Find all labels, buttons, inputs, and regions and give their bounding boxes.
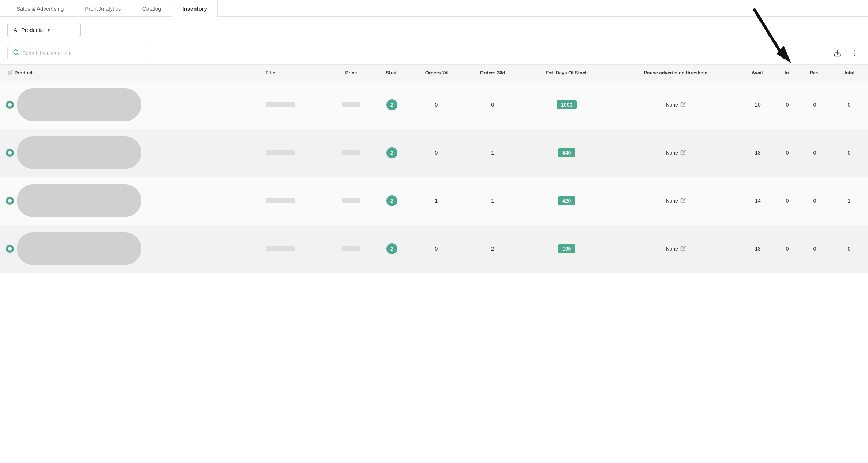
title-cell <box>262 177 328 225</box>
table-wrapper: 🛒 Product Title Price Strat. Orders 7d O… <box>0 64 868 280</box>
more-options-button[interactable] <box>848 47 861 59</box>
pause-threshold-value: None <box>666 150 678 156</box>
edit-icon[interactable] <box>680 245 686 252</box>
pause-threshold-cell: None <box>611 81 740 129</box>
product-cell <box>0 129 262 177</box>
pause-threshold-cell: None <box>611 177 740 225</box>
search-icon <box>13 49 19 57</box>
price-cell <box>328 81 374 129</box>
search-row <box>0 43 868 64</box>
product-icon <box>6 197 14 205</box>
pause-threshold-value: None <box>666 198 678 204</box>
tab-catalog[interactable]: Catalog <box>132 0 172 17</box>
price-cell <box>328 225 374 273</box>
product-cell <box>0 81 262 129</box>
pause-threshold-cell: None <box>611 225 740 273</box>
strat-badge: 2 <box>386 195 397 206</box>
strat-badge: 2 <box>386 243 397 254</box>
tab-sales-advertising[interactable]: Sales & Advertising <box>6 0 74 17</box>
unful-cell: 1 <box>830 177 868 225</box>
res-cell: 0 <box>799 129 830 177</box>
product-thumbnail <box>17 88 141 121</box>
table-body: 2001000 None 20000 201540 None <box>0 81 868 273</box>
svg-point-5 <box>854 50 855 51</box>
col-est-days: Est. Days Of Stock <box>522 65 611 81</box>
svg-marker-3 <box>777 46 791 63</box>
svg-point-9 <box>8 151 12 155</box>
strat-badge: 2 <box>386 99 397 110</box>
svg-point-8 <box>8 103 12 107</box>
col-orders7d: Orders 7d <box>409 65 463 81</box>
table-row: 2001000 None 20000 <box>0 81 868 129</box>
title-cell <box>262 225 328 273</box>
svg-line-1 <box>17 53 18 55</box>
days-badge: 1000 <box>557 100 577 109</box>
orders30d-cell: 1 <box>463 129 522 177</box>
price-cell <box>328 129 374 177</box>
pause-threshold-value: None <box>666 246 678 252</box>
strat-cell: 2 <box>374 225 409 273</box>
col-product: 🛒 Product <box>0 65 262 81</box>
unful-cell: 0 <box>830 129 868 177</box>
edit-icon[interactable] <box>680 149 686 156</box>
actions-right <box>831 47 861 59</box>
inventory-table: 🛒 Product Title Price Strat. Orders 7d O… <box>0 64 868 273</box>
product-icon <box>6 245 14 253</box>
search-container <box>7 46 146 60</box>
download-button[interactable] <box>831 47 844 59</box>
product-icon <box>6 101 14 109</box>
edit-icon[interactable] <box>680 197 686 204</box>
tab-bar: Sales & Advertising Profit Analytics Cat… <box>0 0 868 17</box>
svg-point-6 <box>854 52 855 53</box>
col-unful: Unful. <box>830 65 868 81</box>
avail-cell: 14 <box>740 177 776 225</box>
est-days-cell: 420 <box>522 177 611 225</box>
unful-cell: 0 <box>830 225 868 273</box>
res-cell: 0 <box>799 225 830 273</box>
days-badge: 195 <box>558 244 575 253</box>
product-cell <box>0 225 262 273</box>
dropdown-label: All Products <box>14 27 43 33</box>
orders30d-cell: 1 <box>463 177 522 225</box>
product-cell <box>0 177 262 225</box>
pause-threshold-value: None <box>666 102 678 108</box>
orders30d-cell: 2 <box>463 225 522 273</box>
orders30d-cell: 0 <box>463 81 522 129</box>
orders7d-cell: 0 <box>409 81 463 129</box>
strat-badge: 2 <box>386 147 397 158</box>
tab-profit-analytics[interactable]: Profit Analytics <box>74 0 131 17</box>
col-res: Res. <box>799 65 830 81</box>
orders7d-cell: 0 <box>409 225 463 273</box>
est-days-cell: 195 <box>522 225 611 273</box>
est-days-cell: 540 <box>522 129 611 177</box>
in-cell: 0 <box>776 81 799 129</box>
col-in: In. <box>776 65 799 81</box>
tab-inventory[interactable]: Inventory <box>172 0 218 17</box>
in-cell: 0 <box>776 129 799 177</box>
col-title: Title <box>262 65 328 81</box>
title-cell <box>262 81 328 129</box>
pause-threshold-cell: None <box>611 129 740 177</box>
search-input[interactable] <box>22 50 141 56</box>
days-badge: 420 <box>558 196 575 205</box>
col-strat: Strat. <box>374 65 409 81</box>
strat-cell: 2 <box>374 81 409 129</box>
table-row: 202195 None 13000 <box>0 225 868 273</box>
svg-point-10 <box>8 199 12 203</box>
all-products-dropdown[interactable]: All Products ▼ <box>7 23 81 37</box>
avail-cell: 18 <box>740 129 776 177</box>
avail-cell: 20 <box>740 81 776 129</box>
price-cell <box>328 177 374 225</box>
product-thumbnail <box>17 232 141 265</box>
svg-point-11 <box>8 247 12 251</box>
table-row: 201540 None 18000 <box>0 129 868 177</box>
toolbar: All Products ▼ <box>0 17 868 43</box>
title-cell <box>262 129 328 177</box>
in-cell: 0 <box>776 225 799 273</box>
col-price: Price <box>328 65 374 81</box>
in-cell: 0 <box>776 177 799 225</box>
table-row: 211420 None 14001 <box>0 177 868 225</box>
edit-icon[interactable] <box>680 101 686 108</box>
unful-cell: 0 <box>830 81 868 129</box>
strat-cell: 2 <box>374 129 409 177</box>
